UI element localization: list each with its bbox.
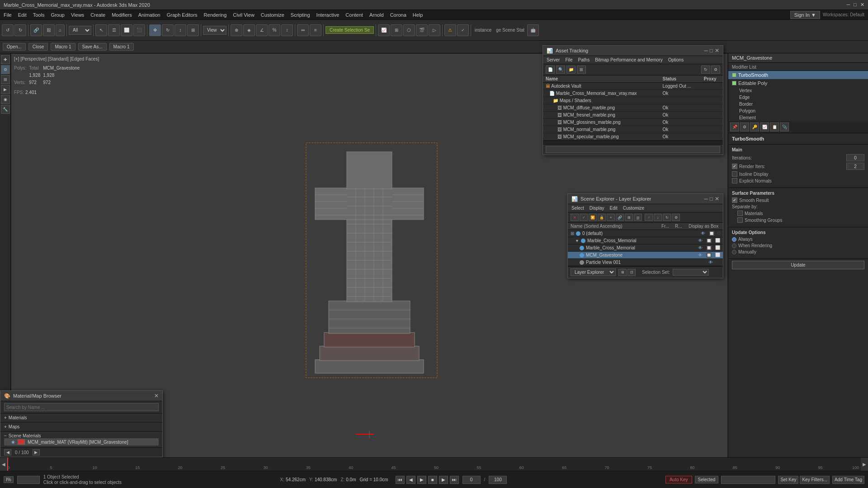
asset-row-fresnel[interactable]: 🖼 MCM_fresnel_marble.png Ok (543, 112, 723, 119)
ts-render-iters-checkbox[interactable] (732, 164, 737, 169)
asset-tb-2[interactable]: 🔍 (556, 66, 565, 74)
material-close-btn[interactable]: ✕ (154, 393, 159, 399)
asset-close-btn[interactable]: ✕ (715, 47, 719, 54)
lt-motion-btn[interactable]: ▶ (1, 85, 10, 94)
open-btn[interactable]: Open... (3, 43, 26, 51)
total-frames-input[interactable] (489, 476, 507, 484)
ts-explicit-normals-checkbox[interactable] (732, 178, 737, 183)
editable-poly-light[interactable] (732, 81, 736, 85)
autokey-button[interactable]: Auto Key (665, 476, 692, 483)
scene-row-particle[interactable]: Particle View 001 👁 (568, 259, 723, 266)
playback-prev-btn[interactable]: ◀ (406, 476, 415, 484)
turbosmooth-light[interactable] (732, 73, 736, 77)
rotate-btn[interactable]: ↻ (162, 24, 174, 36)
asset-row-specular[interactable]: 🖼 MCM_specular_marble.png Ok (543, 133, 723, 141)
asset-row-normal[interactable]: 🖼 MCM_normal_marble.png Ok (543, 126, 723, 133)
asset-path-input[interactable] (546, 146, 720, 153)
ts-render-iters-input[interactable] (846, 163, 864, 170)
asset-tb-3[interactable]: 📁 (566, 66, 576, 74)
minimize-btn[interactable]: ─ (847, 2, 850, 8)
view-dropdown[interactable]: View (203, 26, 226, 35)
undo-btn[interactable]: ↺ (2, 24, 14, 36)
scene-close-btn[interactable]: ✕ (715, 196, 719, 202)
update-button[interactable]: Update (732, 261, 864, 269)
asset-row-maxfile[interactable]: 📄 Marble_Cross_Memorial_max_vray.max Ok (543, 90, 723, 97)
ts-isoline-checkbox[interactable] (732, 171, 737, 177)
menu-tools[interactable]: Tools (33, 12, 45, 18)
close-btn-t2[interactable]: Close (28, 43, 48, 51)
timeline-track[interactable]: 0 5 10 15 20 25 30 35 40 45 50 55 60 65 … (7, 458, 861, 471)
asset-minimize-btn[interactable]: ─ (704, 47, 708, 54)
ep-vertex[interactable]: Vertex (728, 87, 868, 94)
set-key-btn[interactable]: Set Key (778, 476, 798, 484)
frame-input[interactable] (462, 476, 481, 484)
menu-animation[interactable]: Animation (138, 12, 160, 18)
asset-menu-bitmap[interactable]: Bitmap Performance and Memory (595, 57, 663, 62)
playback-play-btn[interactable]: ▶ (417, 476, 426, 484)
timeline-playhead[interactable] (7, 458, 8, 471)
scene-row-mcm-group[interactable]: ▼ Marble_Cross_Memorial 👁 🔲 ⬜ (568, 237, 723, 244)
scene-tb-check[interactable]: ✓ (580, 214, 588, 221)
link-btn[interactable]: 🔗 (30, 24, 42, 36)
manage-btn[interactable]: ✓ (457, 24, 469, 36)
scene-tb-add[interactable]: + (607, 214, 615, 221)
material-section-materials[interactable]: + Materials (0, 413, 162, 422)
add-time-tag-btn[interactable]: Add Time Tag (832, 476, 864, 484)
ts-materials-checkbox[interactable] (737, 211, 743, 216)
scene-tb-lock[interactable]: 🔒 (598, 214, 606, 221)
copilot-btn[interactable]: 🤖 (527, 24, 539, 36)
lt-utilities-btn[interactable]: 🔧 (1, 105, 10, 114)
material-section-scene[interactable]: − Scene Materials ◉ MCM_marble_MAT (VRay… (0, 432, 162, 447)
scale-btn[interactable]: ↕ (175, 24, 186, 36)
mat-next-btn[interactable]: ▶ (33, 449, 40, 455)
playback-first-btn[interactable]: ⏮ (396, 476, 405, 484)
ep-polygon[interactable]: Polygon (728, 108, 868, 114)
ts-manually-radio[interactable] (732, 250, 736, 254)
mod-icon-paste[interactable]: 📎 (780, 122, 789, 131)
playback-last-btn[interactable]: ⏭ (450, 476, 459, 484)
ts-smoothing-groups-checkbox[interactable] (737, 217, 743, 223)
sign-in-btn[interactable]: Sign In ▼ (790, 11, 820, 19)
redo-btn[interactable]: ↻ (14, 24, 26, 36)
menu-edit[interactable]: Edit (18, 12, 27, 18)
menu-corona[interactable]: Corona (390, 12, 406, 18)
ep-element[interactable]: Element (728, 114, 868, 121)
menu-group[interactable]: Group (51, 12, 65, 18)
ts-iterations-input[interactable] (846, 154, 864, 161)
asset-maximize-btn[interactable]: □ (710, 47, 713, 54)
ts-when-rendering-radio[interactable] (732, 244, 736, 248)
menu-content[interactable]: Content (345, 12, 363, 18)
ts-smooth-result-checkbox[interactable] (732, 197, 737, 203)
rect-select-btn[interactable]: ⬜ (121, 24, 132, 36)
asset-tb-1[interactable]: 📄 (546, 66, 555, 74)
scene-tb-columns[interactable]: ||| (634, 214, 642, 221)
scene-tb-filter[interactable]: 🔽 (589, 214, 597, 221)
mirror-btn[interactable]: ⇔ (297, 24, 309, 36)
select-move-btn[interactable]: ✥ (149, 24, 161, 36)
select-object-btn[interactable]: ↖ (95, 24, 107, 36)
menu-graph-editors[interactable]: Graph Editors (167, 12, 198, 18)
mod-icon-settings[interactable]: ⚙ (740, 122, 749, 131)
timeline-next-btn[interactable]: ▶ (861, 458, 868, 471)
align-btn[interactable]: ≡ (310, 24, 321, 36)
mod-icon-pin[interactable]: 📌 (730, 122, 739, 131)
ep-edge[interactable]: Edge (728, 94, 868, 101)
material-editor-btn[interactable]: ⬡ (403, 24, 415, 36)
scene-menu-display[interactable]: Display (590, 206, 604, 211)
playback-next-btn[interactable]: ▶ (439, 476, 448, 484)
render-scene-btn[interactable]: 🎬 (416, 24, 428, 36)
playback-stop-btn[interactable]: ■ (428, 476, 437, 484)
scene-tb-table[interactable]: ⊞ (625, 214, 633, 221)
menu-create[interactable]: Create (90, 12, 105, 18)
material-search-input[interactable] (4, 403, 159, 411)
asset-row-vault[interactable]: 🏛 Autodesk Vault Logged Out ... (543, 83, 723, 90)
menu-civil-view[interactable]: Civil View (233, 12, 254, 18)
menu-help[interactable]: Help (413, 12, 423, 18)
snap-toggle-btn[interactable]: ◈ (243, 24, 255, 36)
close-btn[interactable]: ✕ (860, 2, 864, 8)
asset-menu-server[interactable]: Server (547, 57, 560, 62)
bind-to-space[interactable]: ⌂ (56, 24, 65, 36)
quick-render-btn[interactable]: ▷ (429, 24, 440, 36)
lt-hierarchy-btn[interactable]: ⊞ (1, 75, 10, 84)
turbosmooth-modifier[interactable]: TurboSmooth (728, 71, 868, 79)
